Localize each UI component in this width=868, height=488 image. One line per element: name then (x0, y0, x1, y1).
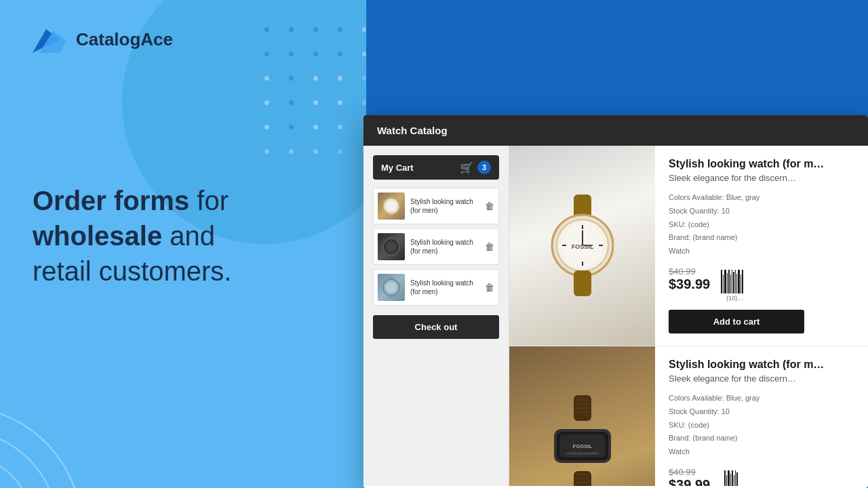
new-price: $39.99 (669, 477, 710, 486)
barcode-line (734, 475, 734, 486)
dot (264, 27, 269, 32)
cart-title: My Cart (381, 163, 414, 173)
cart-item-label: Stylish looking watch (for men) (410, 197, 479, 215)
cart-item-delete-button[interactable]: 🗑 (485, 241, 494, 252)
barcode-lines (721, 266, 743, 293)
barcode-line (741, 274, 741, 293)
product-meta: Colors Available: Blue, gray Stock Quant… (669, 191, 854, 258)
dot-grid (264, 27, 366, 163)
dot (313, 27, 318, 32)
product-title: Stylish looking watch (for m… (669, 158, 854, 170)
dot (338, 100, 342, 105)
dot (289, 100, 294, 105)
cart-item: Stylish looking watch (for men) 🗑 (373, 269, 499, 306)
product-stock: Stock Quantity: 10 (669, 205, 854, 218)
cart-item-label: Stylish looking watch (for men) (410, 279, 479, 296)
prices: $40.99 $39.99 (669, 266, 710, 292)
product-brand: Brand: (brand name) (669, 231, 854, 245)
product-image: FOSSIL CHRONOGRAPH (509, 346, 655, 486)
product-category: Watch (669, 445, 854, 459)
barcode-line (726, 475, 727, 486)
product-subtitle: Sleek elegance for the discern… (669, 373, 854, 384)
dot (338, 52, 342, 56)
product-subtitle: Sleek elegance for the discern… (669, 173, 854, 183)
product-brand: Brand: (brand name) (669, 432, 854, 445)
left-panel: CatalogAce (0, 0, 366, 488)
product-row: FOSSIL CHRONOGRAPH Stylish looking watch… (509, 346, 868, 486)
arc-decoration (0, 325, 163, 488)
price-row: $40.99 $39.99 (669, 467, 854, 486)
product-title: Stylish looking watch (for m… (669, 359, 854, 371)
barcode-line (728, 470, 730, 486)
cart-icon: 🛒 (460, 161, 473, 174)
cart-items-list: Stylish looking watch (for men) 🗑 Stylis… (373, 188, 499, 306)
brand-name: CatalogAce (76, 29, 173, 50)
dot (338, 76, 342, 81)
catalog-body: My Cart 🛒 3 Stylish looki (363, 146, 868, 486)
svg-point-3 (0, 430, 58, 488)
cart-item-image (378, 274, 405, 301)
catalog-title: Watch Catalog (377, 125, 448, 136)
cart-item-delete-button[interactable]: 🗑 (485, 201, 494, 211)
dot (289, 52, 294, 56)
barcode-line (724, 270, 726, 293)
dot (338, 149, 342, 154)
add-to-cart-button[interactable]: Add to cart (669, 310, 804, 333)
dot (264, 76, 269, 81)
svg-point-8 (386, 201, 397, 211)
dot (289, 125, 294, 129)
svg-point-14 (386, 282, 397, 293)
barcode-line (732, 470, 733, 486)
barcode-line (742, 270, 743, 293)
dot (289, 76, 294, 81)
dot (338, 125, 342, 129)
cart-header: My Cart 🛒 3 (373, 155, 499, 180)
barcode-line (728, 270, 730, 293)
dot (264, 100, 269, 105)
headline: Order forms for wholesale andretail cust… (33, 183, 304, 289)
barcode: (10)… (721, 467, 738, 486)
old-price: $40.99 (669, 266, 710, 277)
barcode-line (733, 272, 734, 293)
cart-item-image (378, 233, 405, 260)
product-colors: Colors Available: Blue, gray (669, 392, 854, 405)
dot (313, 52, 318, 56)
barcode-line (735, 270, 736, 293)
barcode: (10)… (721, 266, 743, 302)
barcode-line (735, 470, 736, 486)
headline-bold-2: wholesale (33, 221, 162, 251)
dot (264, 125, 269, 129)
prices: $40.99 $39.99 (669, 467, 710, 486)
barcode-line (730, 474, 731, 486)
product-list: FOSSIL Stylish looking watch (f (509, 146, 868, 486)
headline-bold-1: Order forms (33, 186, 189, 216)
cart-count-badge: 3 (477, 161, 491, 174)
price-row: $40.99 $39.99 (669, 266, 854, 302)
product-meta: Colors Available: Blue, gray Stock Quant… (669, 392, 854, 459)
product-image: FOSSIL (509, 146, 655, 346)
product-row: FOSSIL Stylish looking watch (f (509, 146, 868, 346)
barcode-line (721, 270, 722, 293)
checkout-button[interactable]: Check out (373, 315, 499, 339)
barcode-lines (724, 467, 738, 486)
svg-text:FOSSIL: FOSSIL (572, 443, 592, 449)
dot (313, 149, 318, 154)
cart-item: Stylish looking watch (for men) 🗑 (373, 188, 499, 224)
old-price: $40.99 (669, 467, 710, 477)
product-info: Stylish looking watch (for m… Sleek eleg… (655, 346, 868, 486)
barcode-line (723, 274, 724, 293)
catalog-header: Watch Catalog (363, 115, 868, 146)
dot (338, 27, 342, 32)
svg-point-11 (386, 241, 397, 252)
dot (289, 149, 294, 154)
cart-badge-area: 🛒 3 (460, 161, 491, 174)
logo-icon (33, 26, 66, 53)
svg-rect-26 (574, 270, 591, 296)
cart-item-delete-button[interactable]: 🗑 (485, 282, 494, 293)
product-stock: Stock Quantity: 10 (669, 405, 854, 419)
product-sku: SKU: (code) (669, 218, 854, 232)
cart-item: Stylish looking watch (for men) 🗑 (373, 228, 499, 265)
barcode-line (727, 273, 728, 293)
barcode-line (732, 270, 732, 293)
barcode-line (736, 274, 737, 293)
